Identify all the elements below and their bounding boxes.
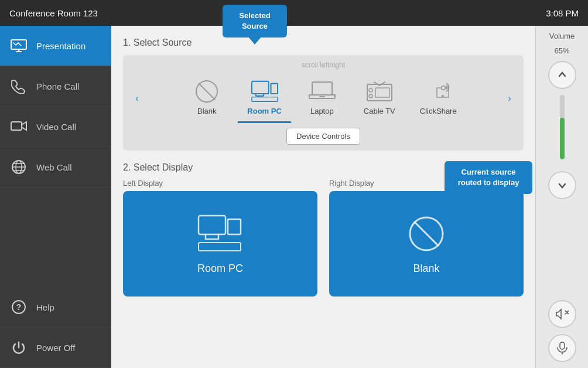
- room-pc-source-icon: [251, 80, 279, 103]
- device-controls-area: Device Controls: [123, 128, 524, 145]
- microphone-button[interactable]: [548, 334, 576, 362]
- svg-point-13: [369, 88, 372, 92]
- sidebar: Presentation Phone Call Video Call: [0, 26, 111, 368]
- presentation-icon: [9, 36, 28, 55]
- sidebar-label-help: Help: [36, 302, 54, 312]
- volume-track: [560, 95, 565, 159]
- source-item-room-pc-label: Room PC: [247, 107, 282, 115]
- source-item-blank[interactable]: Blank: [180, 74, 233, 123]
- sidebar-label-phone-call: Phone Call: [36, 81, 79, 91]
- source-item-clickshare[interactable]: ClickShare: [411, 74, 466, 123]
- svg-rect-18: [199, 216, 225, 234]
- tooltip-current-source-text: Current sourcerouted to display: [458, 168, 519, 187]
- help-icon: ?: [9, 298, 28, 316]
- right-display-col: Right Display Blank: [329, 179, 524, 297]
- left-display-label: Left Display: [123, 179, 317, 188]
- source-items-row: ‹ Blank: [123, 74, 524, 123]
- source-item-laptop-label: Laptop: [310, 107, 334, 115]
- left-display-col: Left Display Room PC: [123, 179, 317, 297]
- source-item-blank-label: Blank: [197, 107, 217, 115]
- right-display-source: Blank: [413, 263, 439, 275]
- current-time: 3:08 PM: [546, 8, 579, 18]
- sidebar-item-phone-call[interactable]: Phone Call: [0, 66, 111, 107]
- svg-rect-15: [375, 88, 389, 97]
- laptop-source-icon: [308, 80, 336, 103]
- left-display-icon: [197, 213, 244, 254]
- svg-rect-0: [11, 40, 26, 49]
- tooltip-current-source: Current sourcerouted to display: [445, 161, 532, 194]
- scroll-right-btn[interactable]: ›: [501, 90, 518, 107]
- right-display-icon: [403, 213, 450, 254]
- content-area: 1. Select Source scroll left/right ‹: [111, 26, 535, 368]
- volume-down-button[interactable]: [548, 171, 576, 199]
- power-icon: [9, 338, 28, 357]
- blank-source-icon: [193, 80, 221, 103]
- clickshare-source-icon: [424, 80, 452, 103]
- svg-rect-9: [251, 97, 277, 102]
- source-item-cable-tv[interactable]: Cable TV: [353, 74, 406, 123]
- main-layout: Presentation Phone Call Video Call: [0, 26, 588, 368]
- svg-rect-19: [228, 219, 241, 234]
- svg-rect-20: [199, 243, 241, 251]
- mute-button[interactable]: [548, 300, 576, 328]
- source-items: Blank Room PC: [145, 74, 501, 123]
- svg-text:?: ?: [16, 302, 22, 312]
- tooltip-selected-source: SelectedSource: [223, 5, 287, 38]
- left-display-source: Room PC: [197, 263, 243, 275]
- tooltip-selected-source-text: SelectedSource: [239, 11, 270, 30]
- web-icon: [9, 158, 28, 176]
- svg-rect-16: [442, 86, 445, 90]
- svg-rect-8: [271, 84, 278, 94]
- volume-slider[interactable]: [560, 95, 565, 165]
- sidebar-label-presentation: Presentation: [36, 41, 86, 51]
- sidebar-label-web-call: Web Call: [36, 162, 72, 172]
- source-panel: scroll left/right ‹ Blank: [123, 55, 524, 151]
- device-controls-button[interactable]: Device Controls: [286, 128, 360, 145]
- sidebar-item-help[interactable]: ? Help: [0, 287, 111, 328]
- volume-label: Volume: [549, 32, 575, 40]
- source-item-cable-tv-label: Cable TV: [364, 107, 395, 115]
- source-item-clickshare-label: ClickShare: [420, 107, 457, 115]
- top-bar: Conference Room 123 3:08 PM: [0, 0, 588, 26]
- sidebar-label-video-call: Video Call: [36, 122, 76, 132]
- cable-tv-source-icon: [365, 80, 394, 103]
- svg-rect-7: [251, 81, 268, 94]
- room-title: Conference Room 123: [9, 8, 98, 18]
- right-display-card[interactable]: Blank: [329, 191, 524, 297]
- sidebar-item-power-off[interactable]: Power Off: [0, 328, 111, 368]
- svg-rect-11: [319, 96, 325, 97]
- svg-point-14: [369, 94, 372, 98]
- source-item-laptop[interactable]: Laptop: [296, 74, 348, 123]
- phone-icon: [9, 77, 28, 96]
- svg-rect-22: [560, 342, 565, 349]
- select-source-title: 1. Select Source: [123, 38, 524, 48]
- display-columns: Left Display Room PC Right Display: [123, 179, 524, 297]
- left-display-card[interactable]: Room PC: [123, 191, 317, 297]
- volume-up-button[interactable]: [548, 61, 576, 89]
- sidebar-item-web-call[interactable]: Web Call: [0, 147, 111, 188]
- right-panel: Volume 65%: [535, 26, 588, 368]
- sidebar-item-presentation[interactable]: Presentation: [0, 26, 111, 66]
- source-item-room-pc[interactable]: Room PC: [238, 74, 291, 123]
- sidebar-item-video-call[interactable]: Video Call: [0, 107, 111, 147]
- scroll-hint: scroll left/right: [123, 61, 524, 69]
- scroll-left-btn[interactable]: ‹: [129, 90, 145, 107]
- svg-rect-12: [367, 84, 392, 101]
- svg-rect-10: [312, 82, 332, 95]
- sidebar-label-power-off: Power Off: [36, 343, 75, 353]
- volume-pct: 65%: [554, 46, 569, 55]
- svg-rect-1: [11, 122, 22, 130]
- svg-point-17: [442, 95, 444, 97]
- volume-fill: [560, 118, 565, 160]
- video-icon: [9, 117, 28, 136]
